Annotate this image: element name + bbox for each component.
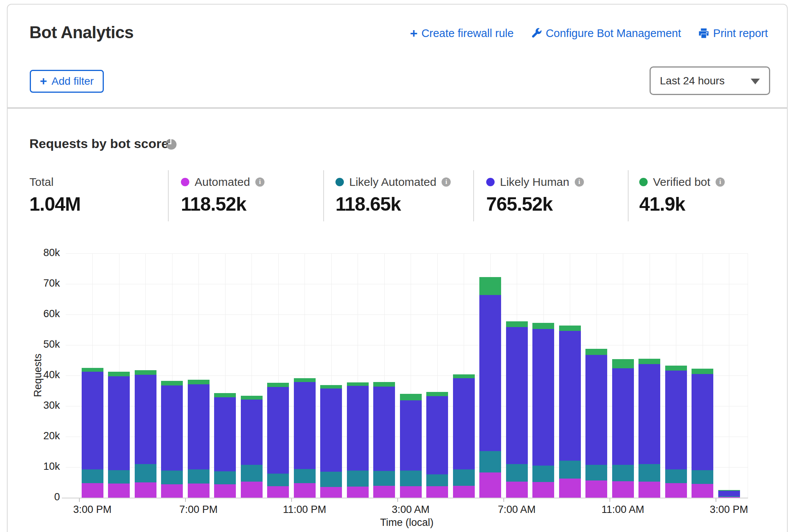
bar-segment-likely-automated[interactable] — [506, 464, 528, 482]
bar-segment-verified-bot[interactable] — [612, 359, 634, 368]
bar-segment-verified-bot[interactable] — [532, 323, 554, 329]
bar-segment-automated[interactable] — [692, 484, 713, 498]
bar-segment-verified-bot[interactable] — [479, 277, 501, 295]
bar-segment-likely-human[interactable] — [532, 329, 554, 466]
bar-segment-likely-automated[interactable] — [294, 469, 316, 484]
bar-segment-likely-automated[interactable] — [718, 496, 740, 497]
bar-segment-likely-automated[interactable] — [532, 466, 554, 482]
bar-segment-verified-bot[interactable] — [267, 383, 289, 387]
bar-segment-likely-human[interactable] — [267, 387, 289, 474]
bar-segment-likely-automated[interactable] — [426, 474, 448, 486]
bar-segment-verified-bot[interactable] — [135, 370, 156, 375]
bar-segment-verified-bot[interactable] — [585, 349, 607, 355]
bar-segment-likely-human[interactable] — [559, 331, 581, 461]
bar-segment-likely-automated[interactable] — [347, 471, 369, 487]
bar-segment-likely-human[interactable] — [612, 368, 634, 465]
bar-segment-verified-bot[interactable] — [188, 380, 210, 384]
bar-segment-automated[interactable] — [82, 483, 103, 498]
bar-segment-verified-bot[interactable] — [506, 321, 528, 327]
bar-segment-likely-automated[interactable] — [373, 471, 395, 485]
bar-segment-likely-human[interactable] — [665, 371, 687, 469]
bar-segment-automated[interactable] — [347, 487, 369, 498]
bar-segment-automated[interactable] — [718, 497, 740, 498]
bar-segment-verified-bot[interactable] — [400, 394, 422, 400]
bar-segment-verified-bot[interactable] — [320, 385, 342, 389]
bar-segment-verified-bot[interactable] — [161, 381, 183, 386]
bar-segment-verified-bot[interactable] — [426, 392, 448, 396]
bar-segment-automated[interactable] — [135, 482, 156, 498]
bar-segment-likely-automated[interactable] — [638, 464, 660, 482]
bar-segment-likely-automated[interactable] — [585, 465, 607, 480]
bar-segment-likely-automated[interactable] — [400, 471, 422, 487]
bar-segment-automated[interactable] — [585, 480, 607, 498]
bar-segment-automated[interactable] — [506, 482, 528, 498]
bar-segment-automated[interactable] — [214, 484, 236, 498]
bar-segment-likely-human[interactable] — [585, 355, 607, 465]
bar-segment-likely-human[interactable] — [373, 387, 395, 471]
bar-segment-automated[interactable] — [426, 486, 448, 498]
bar-segment-likely-human[interactable] — [638, 364, 660, 464]
bar-segment-likely-automated[interactable] — [320, 472, 342, 487]
bar-segment-verified-bot[interactable] — [559, 326, 581, 331]
bar-segment-verified-bot[interactable] — [638, 359, 660, 364]
bar-segment-likely-automated[interactable] — [267, 474, 289, 487]
bar-segment-likely-human[interactable] — [453, 378, 475, 469]
bar-segment-likely-automated[interactable] — [559, 461, 581, 479]
bar-segment-likely-automated[interactable] — [612, 465, 634, 481]
bar-segment-automated[interactable] — [532, 482, 554, 498]
bar-segment-verified-bot[interactable] — [214, 393, 236, 397]
bar-segment-automated[interactable] — [612, 481, 634, 498]
bar-segment-verified-bot[interactable] — [373, 382, 395, 387]
bar-segment-likely-automated[interactable] — [108, 470, 130, 484]
bar-segment-likely-human[interactable] — [692, 374, 713, 470]
bar-segment-likely-human[interactable] — [479, 295, 501, 451]
bar-segment-likely-human[interactable] — [82, 372, 103, 469]
bar-segment-automated[interactable] — [320, 487, 342, 498]
bar-segment-automated[interactable] — [188, 484, 210, 498]
bar-segment-likely-human[interactable] — [506, 327, 528, 464]
bar-segment-verified-bot[interactable] — [453, 374, 475, 378]
bar-segment-likely-human[interactable] — [426, 396, 448, 474]
bar-segment-likely-human[interactable] — [294, 382, 316, 469]
bar-segment-verified-bot[interactable] — [294, 378, 316, 382]
bar-segment-automated[interactable] — [479, 472, 501, 498]
bar-segment-verified-bot[interactable] — [108, 372, 130, 376]
bar-segment-likely-automated[interactable] — [453, 469, 475, 486]
bar-segment-likely-human[interactable] — [135, 375, 156, 464]
bar-segment-likely-human[interactable] — [108, 376, 130, 470]
bar-segment-likely-human[interactable] — [188, 384, 210, 469]
bar-segment-automated[interactable] — [638, 482, 660, 498]
bar-segment-verified-bot[interactable] — [347, 382, 369, 386]
bar-segment-likely-human[interactable] — [214, 397, 236, 471]
bar-segment-likely-automated[interactable] — [135, 464, 156, 482]
bar-segment-automated[interactable] — [108, 484, 130, 498]
bar-segment-automated[interactable] — [241, 482, 263, 498]
bar-segment-likely-human[interactable] — [347, 386, 369, 471]
bar-segment-verified-bot[interactable] — [718, 490, 740, 491]
bar-segment-likely-automated[interactable] — [161, 471, 183, 484]
bar-segment-automated[interactable] — [559, 479, 581, 498]
bar-segment-verified-bot[interactable] — [692, 369, 713, 374]
bar-segment-verified-bot[interactable] — [82, 368, 103, 372]
bar-segment-likely-automated[interactable] — [692, 470, 713, 484]
bar-segment-verified-bot[interactable] — [241, 396, 263, 400]
bar-segment-automated[interactable] — [665, 483, 687, 498]
bar-segment-likely-human[interactable] — [241, 400, 263, 465]
bar-segment-automated[interactable] — [453, 486, 475, 498]
bar-segment-verified-bot[interactable] — [665, 366, 687, 371]
bar-segment-likely-human[interactable] — [400, 400, 422, 471]
bar-segment-likely-human[interactable] — [320, 389, 342, 472]
bar-segment-likely-human[interactable] — [161, 385, 183, 470]
bar-segment-automated[interactable] — [400, 486, 422, 498]
bar-segment-likely-automated[interactable] — [479, 451, 501, 472]
bar-segment-automated[interactable] — [161, 484, 183, 498]
bar-segment-likely-automated[interactable] — [214, 471, 236, 484]
bar-segment-automated[interactable] — [373, 486, 395, 498]
bar-segment-likely-human[interactable] — [718, 491, 740, 496]
bar-segment-likely-automated[interactable] — [241, 465, 263, 482]
bar-segment-likely-automated[interactable] — [188, 469, 210, 484]
bar-segment-automated[interactable] — [294, 483, 316, 498]
bar-segment-automated[interactable] — [267, 486, 289, 498]
bar-segment-likely-automated[interactable] — [82, 469, 103, 483]
bar-segment-likely-automated[interactable] — [665, 469, 687, 483]
